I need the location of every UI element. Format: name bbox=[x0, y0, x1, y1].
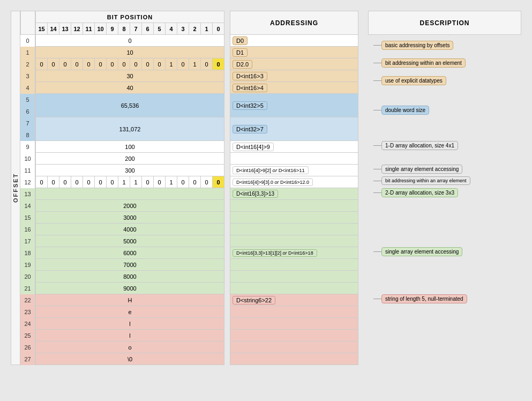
cell-0-value: 0 bbox=[36, 35, 224, 47]
table-row: 3000 bbox=[36, 212, 224, 224]
addr-row-21 bbox=[230, 283, 358, 294]
addr-row-23 bbox=[230, 306, 358, 318]
bit-12-9: 0 bbox=[107, 176, 118, 188]
row-num-17: 17 bbox=[20, 235, 35, 247]
table-row: 0 0 0 0 0 0 0 0 0 0 0 1 0 1 0 0 bbox=[36, 58, 224, 70]
cell-20-value: 8000 bbox=[36, 271, 224, 283]
table-row: 131,072 bbox=[36, 117, 224, 129]
desc-double-word: double word size bbox=[373, 106, 429, 115]
addr-D13: D<int16[3,3]>13 bbox=[233, 190, 278, 198]
row-num-23: 23 bbox=[20, 306, 35, 318]
bit-12-12: 0 bbox=[71, 176, 83, 188]
row-num-25: 25 bbox=[20, 330, 35, 341]
row-num-18: 18 bbox=[20, 247, 35, 259]
bit-col-8: 8 bbox=[118, 23, 130, 35]
cell-9-value: 100 bbox=[36, 141, 224, 153]
table-row: 4000 bbox=[36, 224, 224, 235]
cell-19-value: 7000 bbox=[36, 259, 224, 271]
cell-22-value: H bbox=[36, 294, 224, 306]
bit-2-2: 1 bbox=[189, 58, 201, 70]
cell-25-value: l bbox=[36, 330, 224, 341]
description-header: DESCRIPTION bbox=[368, 11, 521, 35]
bit-12-14: 0 bbox=[48, 176, 59, 188]
bit-12-8: 1 bbox=[118, 176, 130, 188]
row-num-14: 14 bbox=[20, 200, 35, 212]
row-num-4: 4 bbox=[20, 82, 35, 94]
table-row: 10 bbox=[36, 47, 224, 58]
bit-col-4: 4 bbox=[166, 23, 177, 35]
row-num-9: 9 bbox=[20, 141, 35, 153]
cell-11-value: 300 bbox=[36, 165, 224, 176]
row-num-1: 1 bbox=[20, 47, 35, 58]
desc-badge-double-word: double word size bbox=[381, 106, 429, 115]
bit-12-2: 0 bbox=[189, 176, 201, 188]
addr-row-19 bbox=[230, 259, 358, 271]
desc-string: string of length 5, null-terminated bbox=[373, 294, 467, 303]
addr-D0: D0 bbox=[233, 36, 248, 45]
addr-row-13: D<int16[3,3]>13 bbox=[230, 188, 358, 200]
cell-15-value: 3000 bbox=[36, 212, 224, 224]
desc-bit-array: bit addressing within an array element bbox=[373, 176, 470, 185]
bit-2-12: 0 bbox=[71, 58, 83, 70]
table-row: H bbox=[36, 294, 224, 306]
addr-D2: D2.0 bbox=[233, 60, 252, 69]
cell-4-value: 40 bbox=[36, 82, 224, 94]
desc-badge-string: string of length 5, null-terminated bbox=[381, 294, 467, 303]
bit-2-10: 0 bbox=[95, 58, 107, 70]
bit-2-11: 0 bbox=[83, 58, 95, 70]
addressing-header: ADDRESSING bbox=[230, 11, 358, 35]
addr-row-18: D<int16[3,3]>13[1][2] or D<int16>18 bbox=[230, 247, 358, 259]
addr-row-2: D2.0 bbox=[230, 58, 358, 70]
row-num-24: 24 bbox=[20, 318, 35, 330]
cell-26-value: o bbox=[36, 341, 224, 353]
bit-col-12: 12 bbox=[71, 23, 83, 35]
addr-row-4: D<int16>4 bbox=[230, 82, 358, 94]
desc-badge-array1d: 1-D array allocation, size 4x1 bbox=[381, 141, 458, 150]
addr-row-22: D<string6>22 bbox=[230, 294, 358, 306]
bit-2-4: 1 bbox=[166, 58, 177, 70]
addr-row-5: D<int32>5 bbox=[230, 94, 358, 117]
row-num-2: 2 bbox=[20, 58, 35, 70]
table-row: 9000 bbox=[36, 283, 224, 294]
desc-badge-explicit: use of explicit datatypes bbox=[381, 76, 446, 85]
table-row: 200 bbox=[36, 153, 224, 165]
bit-2-9: 0 bbox=[107, 58, 118, 70]
table-row: 5000 bbox=[36, 235, 224, 247]
addr-D1: D1 bbox=[233, 48, 248, 57]
desc-bit-addressing: bit addressing within an element bbox=[373, 58, 466, 68]
addressing-column: ADDRESSING D0 D1 D2.0 D<int16>3 D<int16>… bbox=[230, 11, 358, 365]
bit-12-10: 0 bbox=[95, 176, 107, 188]
bit-col-10: 10 bbox=[95, 23, 107, 35]
bit-col-13: 13 bbox=[59, 23, 71, 35]
addr-D3: D<int16>3 bbox=[233, 72, 267, 80]
connector-line-basic bbox=[373, 45, 381, 46]
connector-line-double bbox=[373, 110, 381, 110]
connector-line-explicit bbox=[373, 80, 381, 81]
bit-12-7: 1 bbox=[130, 176, 142, 188]
row-num-20: 20 bbox=[20, 271, 35, 283]
cell-27-value: \0 bbox=[36, 353, 224, 365]
bit-col-2: 2 bbox=[189, 23, 201, 35]
row-num-10: 10 bbox=[20, 153, 35, 165]
addr-row-26 bbox=[230, 341, 358, 353]
addr-row-9: D<int16[4]>9 bbox=[230, 141, 358, 153]
desc-array-2d: 2-D array allocation, size 3x3 bbox=[373, 188, 458, 197]
desc-badge-single2: single array element accessing bbox=[381, 247, 462, 256]
desc-badge-single: single array element accessing bbox=[381, 165, 462, 174]
connector-line-array1d bbox=[373, 145, 381, 146]
table-row: 65,536 bbox=[36, 94, 224, 106]
row-num-26: 26 bbox=[20, 341, 35, 353]
connector-line-array2d bbox=[373, 192, 381, 193]
table-row: 7000 bbox=[36, 259, 224, 271]
connector-line-string bbox=[373, 299, 381, 299]
table-row: 100 bbox=[36, 141, 224, 153]
bit-col-5: 5 bbox=[154, 23, 166, 35]
desc-badge-bit-array: bit addressing within an array element bbox=[381, 176, 470, 185]
row-num-6: 6 bbox=[20, 106, 35, 117]
addr-D5: D<int32>5 bbox=[233, 101, 267, 110]
cell-13-value bbox=[36, 188, 224, 200]
bit-col-9: 9 bbox=[107, 23, 118, 35]
desc-explicit-datatypes: use of explicit datatypes bbox=[373, 76, 446, 85]
bit-2-5: 0 bbox=[154, 58, 166, 70]
bit-col-1: 1 bbox=[201, 23, 213, 35]
